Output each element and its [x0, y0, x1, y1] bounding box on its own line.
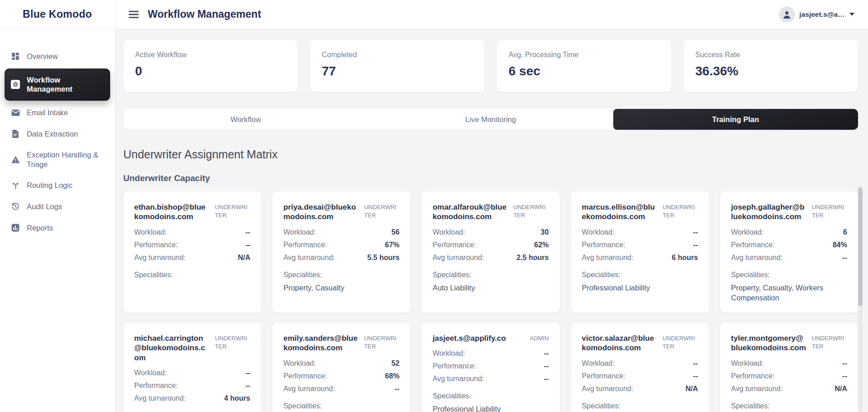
performance-value: 62%: [534, 241, 549, 249]
role-badge: UNDERWRITER: [812, 202, 847, 222]
tab-training-plan[interactable]: Training Plan: [613, 109, 858, 130]
avg-turnaround-row: Avg turnaround: 5.5 hours: [283, 254, 399, 262]
sidebar-item-icon: [11, 224, 20, 232]
avg-turnaround-row: Avg turnaround: --: [283, 385, 399, 393]
workload-row: Workload: 6: [731, 228, 847, 236]
underwriter-email: jasjeet.s@applify.co: [432, 334, 524, 343]
avg-turnaround-row: Avg turnaround: N/A: [134, 254, 250, 262]
sidebar-item-reports[interactable]: Reports: [5, 219, 110, 237]
user-menu[interactable]: jasjeet.s@a…: [779, 6, 854, 23]
tab-label: Training Plan: [712, 115, 759, 124]
brand-logo: Blue Komodo: [0, 0, 115, 29]
underwriter-card-omar-alfarouk-bluekomodoins-com: omar.alfarouk@bluekomodoins.com UNDERWRI…: [422, 191, 559, 313]
scrollbar-thumb[interactable]: [858, 187, 863, 306]
underwriter-email: ethan.bishop@bluekomodoins.com: [134, 202, 209, 222]
performance-row: Performance: 62%: [432, 241, 548, 249]
avg-turnaround-row: Avg turnaround: --: [432, 375, 548, 383]
tab-label: Workflow: [230, 115, 261, 124]
performance-row: Performance: --: [134, 241, 250, 249]
section-subtitle: Underwriter Capacity: [123, 173, 858, 183]
avg-turnaround-row: Avg turnaround: 6 hours: [582, 254, 698, 262]
performance-value: 84%: [833, 241, 847, 249]
avg-turnaround-row: Avg turnaround: 2.5 hours: [432, 254, 548, 262]
avg-turnaround-label: Avg turnaround:: [582, 385, 634, 393]
avg-turnaround-label: Avg turnaround:: [283, 254, 335, 262]
sidebar-item-label: Exception Handling & Triage: [27, 150, 104, 169]
underwriter-grid: ethan.bishop@bluekomodoins.com UNDERWRIT…: [123, 191, 858, 412]
tab-live-monitoring[interactable]: Live Monitoring: [368, 109, 613, 130]
performance-label: Performance:: [731, 241, 775, 249]
underwriter-card-header: michael.carrington@bluekomodoins.com UND…: [134, 334, 250, 363]
sidebar-item-routing-logic[interactable]: Routing Logic: [5, 176, 110, 195]
workload-value: 30: [541, 228, 549, 236]
role-badge: UNDERWRITER: [812, 334, 847, 353]
specialities-label: Specialities:: [731, 402, 847, 410]
avg-turnaround-value: N/A: [834, 385, 847, 393]
role-badge: UNDERWRITER: [364, 334, 399, 353]
specialities-value: Property, Casualty: [283, 283, 399, 293]
avg-turnaround-label: Avg turnaround:: [432, 375, 484, 383]
grid-scrollbar[interactable]: [858, 186, 863, 412]
sidebar-item-overview[interactable]: Overview: [5, 47, 110, 66]
underwriter-card-michael-carrington-bluekomodoins-com: michael.carrington@bluekomodoins.com UND…: [123, 323, 261, 412]
avg-turnaround-label: Avg turnaround:: [134, 394, 186, 402]
performance-label: Performance:: [432, 241, 476, 249]
workload-label: Workload:: [731, 228, 764, 236]
performance-label: Performance:: [432, 362, 476, 370]
performance-label: Performance:: [582, 372, 626, 380]
sidebar-item-email-intake[interactable]: Email Intake: [5, 103, 110, 122]
specialities-value: Professional Liability: [432, 404, 548, 412]
workload-row: Workload: 30: [432, 228, 548, 236]
workload-label: Workload:: [731, 359, 764, 368]
workload-value: --: [693, 359, 698, 368]
workload-label: Workload:: [582, 359, 615, 368]
workload-value: --: [544, 349, 549, 358]
avg-turnaround-value: --: [395, 385, 400, 393]
menu-icon[interactable]: [129, 10, 140, 19]
role-badge: UNDERWRITER: [215, 334, 250, 363]
avg-turnaround-value: N/A: [685, 385, 698, 393]
underwriter-card-header: jasjeet.s@applify.co ADMIN: [432, 334, 548, 343]
avg-turnaround-label: Avg turnaround:: [582, 254, 634, 262]
stat-label: Completed: [322, 51, 473, 59]
sidebar-item-data-extraction[interactable]: Data Extraction: [5, 125, 110, 143]
performance-value: --: [544, 362, 549, 370]
topbar: Workflow Management jasjeet.s@a…: [115, 0, 868, 29]
workload-value: --: [246, 228, 251, 236]
performance-value: --: [246, 382, 251, 390]
sidebar-item-icon: [11, 156, 20, 163]
stat-label: Avg. Processing Time: [509, 51, 659, 59]
sidebar-item-exception-handling-triage[interactable]: Exception Handling & Triage: [5, 146, 110, 173]
specialities-label: Specialities:: [432, 392, 548, 400]
performance-value: 68%: [385, 372, 399, 380]
underwriter-card-header: tyler.montgomery@bluekomodoins.com UNDER…: [731, 334, 847, 353]
avg-turnaround-row: Avg turnaround: N/A: [582, 385, 698, 393]
role-badge: UNDERWRITER: [663, 334, 698, 353]
avg-turnaround-value: 6 hours: [672, 254, 698, 262]
specialities-label: Specialities:: [731, 271, 847, 279]
sidebar-item-workflow-management[interactable]: ⚙ Workflow Management: [5, 69, 110, 101]
underwriter-card-joseph-gallagher-bluekomodoins-com: joseph.gallagher@bluekomodoins.com UNDER…: [720, 191, 858, 313]
sidebar-item-label: Email Intake: [27, 108, 68, 118]
stat-card-avg-processing-time: Avg. Processing Time 6 sec: [497, 40, 671, 92]
avg-turnaround-row: Avg turnaround: --: [731, 254, 847, 262]
underwriter-email: emily.sanders@bluekomodoins.com: [283, 334, 359, 353]
specialities-label: Specialities:: [582, 271, 698, 279]
workload-label: Workload:: [134, 228, 167, 236]
sidebar-item-audit-logs[interactable]: Audit Logs: [5, 197, 110, 216]
performance-label: Performance:: [582, 241, 626, 249]
underwriter-card-marcus-ellison-bluekomodoins-com: marcus.ellison@bluekomodoins.com UNDERWR…: [571, 191, 709, 313]
performance-row: Performance: 84%: [731, 241, 847, 249]
underwriter-card-jasjeet-s-applify-co: jasjeet.s@applify.co ADMIN Workload: -- …: [422, 323, 559, 412]
workload-value: 6: [843, 228, 847, 236]
underwriter-email: michael.carrington@bluekomodoins.com: [134, 334, 209, 363]
sidebar-item-label: Routing Logic: [27, 181, 73, 190]
workload-row: Workload: --: [134, 369, 250, 377]
avg-turnaround-label: Avg turnaround:: [283, 385, 335, 393]
main-area: Workflow Management jasjeet.s@a… Active …: [115, 0, 868, 412]
underwriter-card-header: ethan.bishop@bluekomodoins.com UNDERWRIT…: [134, 202, 250, 222]
workload-value: --: [693, 228, 698, 236]
tab-workflow[interactable]: Workflow: [123, 109, 368, 130]
specialities-value: Professional Liability: [582, 283, 698, 293]
sidebar-item-label: Reports: [27, 223, 53, 233]
